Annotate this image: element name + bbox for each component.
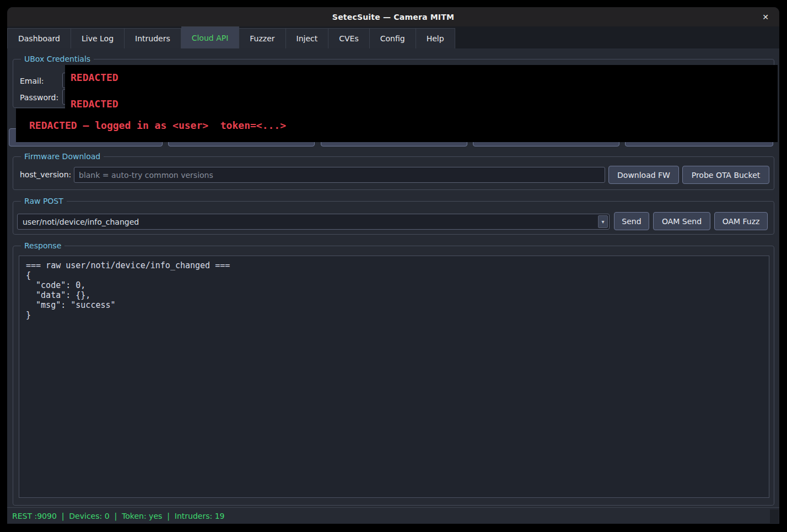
download-fw-button[interactable]: Download FW — [608, 166, 679, 184]
redaction-overlay-top: REDACTED REDACTED — [65, 65, 778, 113]
email-label: Email: — [20, 77, 44, 85]
tab-cves[interactable]: CVEs — [328, 28, 370, 48]
redacted-password-text: REDACTED — [71, 98, 118, 110]
title-bar: SetecSuite — Camera MITM ✕ — [7, 7, 779, 26]
tab-fuzzer[interactable]: Fuzzer — [239, 28, 285, 48]
tab-cloud-api[interactable]: Cloud API — [181, 26, 240, 48]
response-output[interactable]: === raw user/noti/device/info_changed ==… — [19, 256, 769, 498]
window-title: SetecSuite — Camera MITM — [332, 13, 454, 21]
tab-inject[interactable]: Inject — [286, 28, 329, 48]
chevron-down-icon[interactable]: ▾ — [598, 215, 608, 228]
password-label: Password: — [20, 93, 58, 102]
send-button[interactable]: Send — [614, 212, 649, 230]
raw-post-group-title: Raw POST — [21, 197, 67, 205]
status-bar: REST :9090 | Devices: 0 | Token: yes | I… — [7, 508, 779, 524]
host-version-label: host_version: — [20, 170, 71, 179]
oam-fuzz-button[interactable]: OAM Fuzz — [714, 212, 768, 230]
host-version-input[interactable] — [74, 167, 605, 183]
cloud-api-panel: UBox Credentials Email: Password: • REDA… — [7, 48, 779, 508]
size-grip[interactable] — [770, 509, 779, 523]
redaction-overlay-login-status: REDACTED — logged in as <user> token=<..… — [16, 108, 778, 142]
firmware-download-group: Firmware Download host_version: Download… — [13, 156, 774, 190]
ubox-credentials-group-title: UBox Credentials — [21, 55, 94, 63]
redacted-email-text: REDACTED — [71, 72, 118, 83]
close-icon[interactable]: ✕ — [759, 11, 772, 23]
firmware-download-group-title: Firmware Download — [21, 152, 104, 161]
tab-intruders[interactable]: Intruders — [125, 28, 181, 48]
raw-post-group: Raw POST user/noti/device/info_changed ▾… — [13, 201, 774, 235]
tab-dashboard[interactable]: Dashboard — [7, 28, 71, 48]
response-group: Response === raw user/noti/device/info_c… — [13, 246, 774, 506]
app-window: SetecSuite — Camera MITM ✕ Dashboard Liv… — [7, 7, 779, 524]
status-text: REST :9090 | Devices: 0 | Token: yes | I… — [7, 512, 224, 520]
response-group-title: Response — [21, 241, 64, 250]
probe-ota-bucket-button[interactable]: Probe OTA Bucket — [682, 166, 769, 184]
redacted-login-status-text: REDACTED — logged in as <user> token=<..… — [29, 120, 286, 131]
tab-config[interactable]: Config — [370, 28, 416, 48]
endpoint-combobox[interactable]: user/noti/device/info_changed ▾ — [17, 214, 610, 230]
oam-send-button[interactable]: OAM Send — [653, 212, 710, 230]
tab-bar: Dashboard Live Log Intruders Cloud API F… — [7, 26, 779, 48]
tab-help[interactable]: Help — [416, 28, 455, 48]
endpoint-combobox-value: user/noti/device/info_changed — [23, 218, 139, 226]
tab-live-log[interactable]: Live Log — [71, 28, 125, 48]
